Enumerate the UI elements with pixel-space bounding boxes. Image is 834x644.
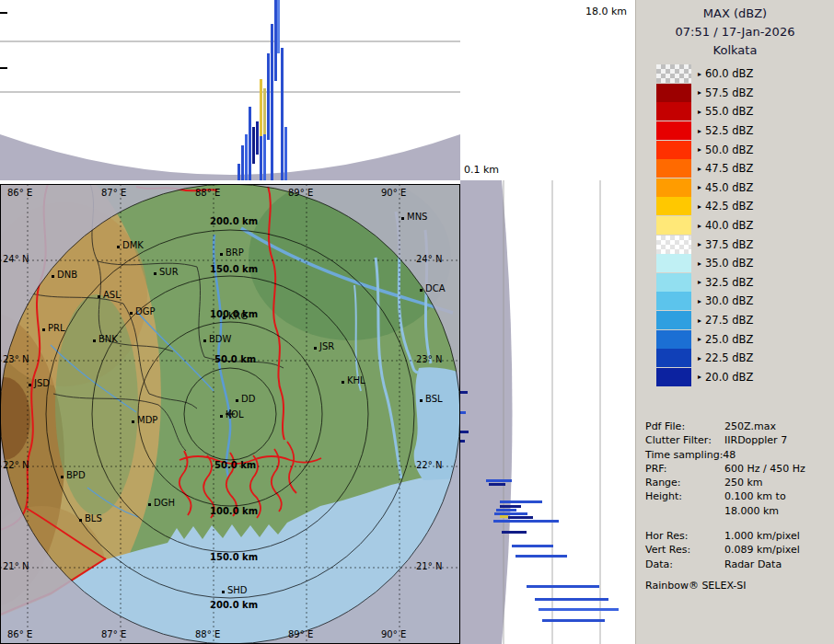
right-echo-layer [460,180,635,644]
legend-marker-icon: ▸ [698,70,701,78]
grid-label: 86° E [7,629,32,639]
echo-bar [527,585,599,588]
grid-label: 86° E [7,188,32,198]
vertical-profile-right-panel [460,180,635,644]
legend-marker-icon: ▸ [698,108,701,116]
product-datetime: 07:51 / 17-Jan-2026 [636,23,834,41]
city-label: DNB [57,270,77,280]
legend-marker-icon: ▸ [698,127,701,135]
legend-entry: ▸27.5 dBZ [656,311,830,330]
metadata-value: 1.000 km/pixel [724,530,800,542]
city-dot [148,503,151,506]
city-dot [52,275,54,278]
legend-entry: ▸22.5 dBZ [656,349,830,368]
legend-marker-icon: ▸ [698,165,701,173]
city-dot [79,519,82,522]
city-label: DD [241,394,255,404]
echo-bar [267,53,270,140]
metadata-row: Pdf File:250Z.max [645,420,830,434]
legend-swatch [656,216,691,235]
legend-label: 40.0 dBZ [705,219,753,232]
echo-bar [500,500,542,503]
metadata-row: Hor Res:1.000 km/pixel [645,530,830,544]
legend-entry: ▸37.5 dBZ [656,235,830,254]
legend-label: 20.0 dBZ [705,371,753,384]
metadata-value: 0.089 km/pixel [724,544,800,556]
legend-swatch [656,292,691,310]
echo-bar [539,608,619,611]
legend-marker-icon: ▸ [698,88,701,97]
echo-bar [542,619,605,622]
city-label: BNK [98,334,118,344]
legend-swatch [656,254,691,272]
grid-label: 23° N [3,354,29,364]
legend-swatch [656,121,691,140]
metadata-label: Rainbow® SELEX-SI [645,580,747,592]
legend-entry: ▸32.5 dBZ [656,273,830,293]
legend-marker-icon: ▸ [698,354,701,362]
city-label: SUR [159,267,179,277]
metadata-label: Range: [645,477,681,489]
echo-bar [281,48,284,180]
legend-entry: ▸60.0 dBZ [656,64,830,84]
city-label: MDP [137,415,157,425]
metadata-value: IIRDoppler 7 [724,434,787,446]
grid-label: 24° N [3,254,29,264]
legend-marker-icon: ▸ [698,183,701,191]
grid-label: 22° N [416,460,442,470]
metadata-label: Time sampling:48 [645,449,736,461]
legend-entry: ▸57.5 dBZ [656,84,830,103]
metadata-row: Height:0.100 km to [645,490,830,504]
legend-marker-icon: ▸ [698,240,701,248]
city-dot [220,253,223,256]
legend-swatch [656,236,691,254]
echo-bar [277,0,280,53]
city-dot [29,384,31,386]
grid-label: 21° N [3,561,29,571]
metadata-label: Clutter Filter: [645,434,712,446]
metadata-row: Rainbow® SELEX-SI [645,580,830,593]
legend-entry: ▸45.0 dBZ [656,178,830,198]
echo-bar [263,134,266,180]
legend-label: 50.0 dBZ [705,144,753,156]
echo-bar [256,121,259,155]
city-label: MNS [407,212,427,222]
legend-label: 47.5 dBZ [705,162,753,175]
legend-swatch [656,197,691,215]
city-dot [154,272,156,275]
legend-entry: ▸25.0 dBZ [656,329,830,349]
metadata-label: PRF: [645,463,666,475]
city-label: JSR [319,341,334,351]
metadata-label: Vert Res: [645,544,690,556]
city-dot [401,217,404,220]
product-title: MAX (dBZ) [636,0,834,23]
echo-bar [515,555,567,558]
city-label: BPD [66,470,86,480]
legend-label: 52.5 dBZ [705,124,753,137]
city-label: KHL [347,375,365,385]
legend-label: 25.0 dBZ [705,333,753,346]
city-dot [93,339,96,342]
legend-entry: ▸47.5 dBZ [656,159,830,178]
grid-label: 87° E [101,188,126,198]
legend-swatch [656,102,691,121]
city-label: BLS [85,513,102,523]
city-dot [342,381,344,384]
dbz-color-scale: ▸60.0 dBZ▸57.5 dBZ▸55.0 dBZ▸52.5 dBZ▸50.… [656,64,830,386]
vertical-profile-top-panel [0,0,460,180]
range-ring-label: 200.0 km [210,216,258,226]
legend-entry: ▸50.0 dBZ [656,140,830,159]
echo-bar [271,24,273,180]
legend-swatch [656,64,691,83]
city-dot [314,347,317,350]
product-metadata: Pdf File:250Z.maxClutter Filter:IIRDoppl… [645,420,830,593]
legend-marker-icon: ▸ [698,145,701,154]
grid-label: 21° N [416,561,442,571]
echo-bar [512,545,553,547]
city-dot [117,246,120,248]
legend-entry: ▸52.5 dBZ [656,121,830,141]
echo-bar [489,483,505,486]
city-dot [42,328,45,331]
city-dot [220,415,223,418]
map-label-layer: MNSDMKBRPSURDNBASLDGPKRGDCAPRLBNKBDWJSRK… [0,184,460,644]
